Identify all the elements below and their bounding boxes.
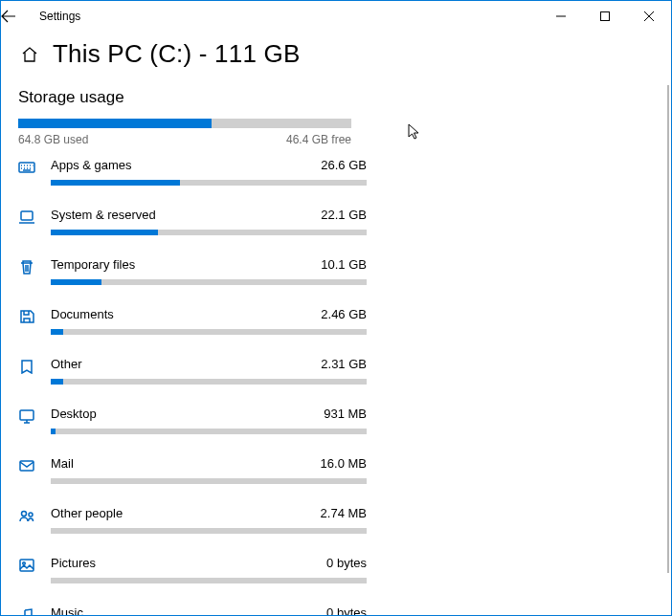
- category-bar: [51, 528, 367, 534]
- home-icon: [21, 46, 38, 63]
- back-arrow-icon: [1, 10, 16, 23]
- category-name: Apps & games: [51, 158, 132, 172]
- save-icon: [18, 307, 51, 327]
- keyboard-icon: [18, 158, 51, 178]
- svg-point-6: [29, 513, 33, 517]
- category-size: 2.31 GB: [321, 357, 367, 371]
- laptop-icon: [18, 208, 51, 228]
- pictures-icon: [18, 556, 51, 576]
- category-name: Mail: [51, 456, 74, 471]
- svg-rect-0: [601, 12, 610, 21]
- category-size: 16.0 MB: [321, 456, 367, 471]
- svg-rect-2: [21, 211, 33, 220]
- monitor-icon: [18, 407, 51, 427]
- trash-icon: [18, 257, 51, 277]
- category-name: Documents: [51, 307, 114, 321]
- category-size: 931 MB: [324, 407, 367, 421]
- close-button[interactable]: [627, 1, 671, 32]
- category-fill: [51, 329, 63, 335]
- category-bar: [51, 329, 367, 335]
- category-fill: [51, 180, 180, 186]
- overall-usage-fill: [18, 119, 212, 128]
- storage-category[interactable]: Apps & games26.6 GB: [18, 158, 367, 202]
- storage-category[interactable]: Other2.31 GB: [18, 357, 367, 401]
- category-name: Other people: [51, 506, 123, 520]
- category-name: System & reserved: [51, 208, 156, 222]
- category-size: 22.1 GB: [321, 208, 367, 222]
- mail-icon: [18, 456, 51, 476]
- home-button[interactable]: [18, 46, 41, 63]
- bookmark-icon: [18, 357, 51, 377]
- free-label: 46.4 GB free: [286, 133, 351, 146]
- category-name: Pictures: [51, 556, 96, 570]
- people-icon: [18, 506, 51, 526]
- category-bar: [51, 230, 367, 235]
- category-size: 26.6 GB: [321, 158, 367, 172]
- close-icon: [644, 11, 654, 21]
- svg-rect-7: [20, 560, 34, 571]
- category-name: Desktop: [51, 407, 97, 421]
- music-icon: [18, 605, 51, 616]
- storage-category[interactable]: System & reserved22.1 GB: [18, 208, 367, 252]
- category-bar: [51, 379, 367, 385]
- category-bar: [51, 279, 367, 285]
- category-name: Music: [51, 605, 83, 616]
- used-label: 64.8 GB used: [18, 133, 88, 146]
- storage-category[interactable]: Documents2.46 GB: [18, 307, 367, 351]
- section-heading: Storage usage: [18, 88, 367, 107]
- category-fill: [51, 429, 56, 434]
- svg-point-8: [23, 562, 26, 565]
- minimize-icon: [556, 11, 566, 21]
- category-bar: [51, 429, 367, 434]
- storage-category[interactable]: Pictures0 bytes: [18, 556, 367, 600]
- svg-rect-4: [20, 461, 34, 471]
- category-name: Other: [51, 357, 82, 371]
- category-size: 2.46 GB: [321, 307, 367, 321]
- overall-usage-bar: [18, 119, 351, 128]
- category-name: Temporary files: [51, 257, 135, 272]
- category-bar: [51, 180, 367, 186]
- category-fill: [51, 230, 158, 235]
- storage-category[interactable]: Mail16.0 MB: [18, 456, 367, 500]
- category-bar: [51, 578, 367, 583]
- storage-category[interactable]: Music0 bytes: [18, 605, 367, 616]
- window-title: Settings: [34, 10, 80, 23]
- svg-rect-3: [20, 410, 34, 420]
- minimize-button[interactable]: [539, 1, 583, 32]
- svg-point-5: [22, 512, 27, 517]
- page-title: This PC (C:) - 111 GB: [53, 39, 300, 69]
- back-button[interactable]: [1, 10, 34, 23]
- category-size: 0 bytes: [326, 605, 367, 616]
- storage-category[interactable]: Temporary files10.1 GB: [18, 257, 367, 301]
- category-bar: [51, 478, 367, 484]
- category-size: 0 bytes: [326, 556, 367, 570]
- category-fill: [51, 379, 63, 385]
- category-fill: [51, 279, 101, 285]
- storage-category[interactable]: Other people2.74 MB: [18, 506, 367, 550]
- maximize-button[interactable]: [583, 1, 627, 32]
- mouse-cursor: [408, 123, 421, 143]
- category-size: 2.74 MB: [321, 506, 367, 520]
- scrollbar[interactable]: [667, 85, 669, 573]
- maximize-icon: [600, 11, 610, 21]
- category-size: 10.1 GB: [321, 257, 367, 272]
- storage-category[interactable]: Desktop931 MB: [18, 407, 367, 451]
